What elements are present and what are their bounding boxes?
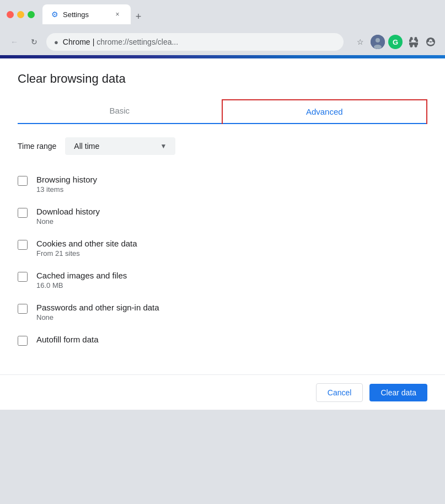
passwords-checkbox[interactable] bbox=[18, 304, 28, 314]
user-photo-icon[interactable] bbox=[370, 34, 385, 50]
clear-data-button[interactable]: Clear data bbox=[369, 384, 427, 401]
passwords-checkbox-wrapper bbox=[18, 304, 28, 314]
browsing-history-item: Browsing history 13 items bbox=[18, 168, 427, 200]
cookies-checkbox[interactable] bbox=[18, 240, 28, 250]
browser-titlebar: ⚙ Settings × + bbox=[0, 0, 445, 29]
tab-title: Settings bbox=[63, 10, 109, 19]
download-history-text: Download history None bbox=[36, 207, 427, 226]
cached-images-checkbox[interactable] bbox=[18, 272, 28, 282]
autofill-label: Autofill form data bbox=[36, 335, 427, 344]
toolbar-icons: ☆ G bbox=[352, 34, 438, 50]
omnibox-text: Chrome | chrome://settings/clea... bbox=[63, 37, 178, 46]
footer: Cancel Clear data bbox=[0, 374, 445, 410]
maximize-traffic-light[interactable] bbox=[28, 11, 35, 18]
refresh-button[interactable]: ↻ bbox=[26, 34, 42, 50]
traffic-lights bbox=[7, 11, 35, 18]
cached-images-sublabel: 16.0 MB bbox=[36, 281, 427, 289]
page-title: Clear browsing data bbox=[18, 72, 427, 86]
download-history-label: Download history bbox=[36, 207, 427, 216]
download-history-checkbox-wrapper bbox=[18, 208, 28, 218]
browsing-history-checkbox[interactable] bbox=[18, 176, 28, 186]
cookies-text: Cookies and other site data From 21 site… bbox=[36, 239, 427, 258]
cookies-sublabel: From 21 sites bbox=[36, 249, 427, 258]
tab-basic[interactable]: Basic bbox=[18, 99, 222, 123]
tab-advanced[interactable]: Advanced bbox=[222, 99, 428, 124]
time-range-value: All time bbox=[74, 142, 99, 151]
svg-point-2 bbox=[374, 45, 382, 49]
cookies-label: Cookies and other site data bbox=[36, 239, 427, 248]
omnibox-separator: | bbox=[93, 37, 95, 46]
svg-point-1 bbox=[376, 38, 380, 42]
autofill-checkbox[interactable] bbox=[18, 336, 28, 346]
settings-tab[interactable]: ⚙ Settings × bbox=[42, 4, 131, 24]
download-history-item: Download history None bbox=[18, 200, 427, 232]
time-range-select[interactable]: All time ▼ bbox=[65, 137, 175, 155]
extensions-icon[interactable] bbox=[405, 34, 421, 50]
cached-images-checkbox-wrapper bbox=[18, 272, 28, 282]
autofill-text: Autofill form data bbox=[36, 335, 427, 345]
cached-images-text: Cached images and files 16.0 MB bbox=[36, 271, 427, 289]
address-bar: ← ↻ ● Chrome | chrome://settings/clea...… bbox=[0, 29, 445, 55]
profile-icon[interactable] bbox=[423, 34, 438, 50]
browsing-history-sublabel: 13 items bbox=[36, 185, 427, 194]
grammarly-icon[interactable]: G bbox=[388, 34, 403, 50]
passwords-item: Passwords and other sign-in data None bbox=[18, 296, 427, 328]
time-range-row: Time range All time ▼ bbox=[18, 137, 427, 155]
omnibox-favicon: ● bbox=[54, 38, 58, 46]
passwords-label: Passwords and other sign-in data bbox=[36, 303, 427, 312]
browsing-history-label: Browsing history bbox=[36, 175, 427, 184]
cached-images-label: Cached images and files bbox=[36, 271, 427, 280]
passwords-text: Passwords and other sign-in data None bbox=[36, 303, 427, 321]
passwords-sublabel: None bbox=[36, 313, 427, 321]
back-button[interactable]: ← bbox=[7, 34, 22, 50]
main-content: Clear browsing data Basic Advanced Time … bbox=[0, 58, 445, 410]
tab-close-button[interactable]: × bbox=[113, 10, 122, 19]
omnibox[interactable]: ● Chrome | chrome://settings/clea... bbox=[46, 33, 344, 51]
dropdown-arrow-icon: ▼ bbox=[160, 142, 167, 150]
cookies-item: Cookies and other site data From 21 site… bbox=[18, 232, 427, 264]
tab-bar: ⚙ Settings × + bbox=[42, 4, 146, 24]
time-range-label: Time range bbox=[18, 142, 56, 151]
download-history-checkbox[interactable] bbox=[18, 208, 28, 218]
autofill-checkbox-wrapper bbox=[18, 336, 28, 346]
star-icon[interactable]: ☆ bbox=[352, 34, 368, 50]
browsing-history-text: Browsing history 13 items bbox=[36, 175, 427, 194]
browsing-history-checkbox-wrapper bbox=[18, 176, 28, 186]
cookies-checkbox-wrapper bbox=[18, 240, 28, 250]
cancel-button[interactable]: Cancel bbox=[316, 383, 363, 402]
close-traffic-light[interactable] bbox=[7, 11, 14, 18]
tab-favicon: ⚙ bbox=[51, 10, 58, 19]
minimize-traffic-light[interactable] bbox=[17, 11, 24, 18]
autofill-item: Autofill form data bbox=[18, 328, 427, 352]
cached-images-item: Cached images and files 16.0 MB bbox=[18, 264, 427, 296]
new-tab-button[interactable]: + bbox=[131, 9, 146, 24]
omnibox-url: chrome://settings/clea... bbox=[96, 37, 178, 46]
tabs-container: Basic Advanced bbox=[18, 99, 427, 124]
site-name: Chrome bbox=[63, 37, 90, 46]
download-history-sublabel: None bbox=[36, 217, 427, 226]
